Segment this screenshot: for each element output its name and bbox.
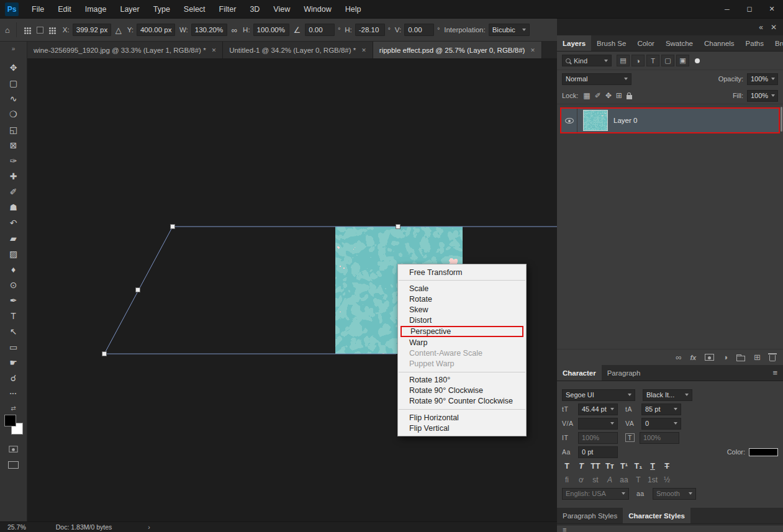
ordinals-button[interactable]: 1st <box>648 476 658 484</box>
smart-object-filter-icon[interactable]: ▣ <box>676 55 689 66</box>
lock-position-icon[interactable]: ✥ <box>605 91 612 100</box>
blend-mode-dropdown[interactable]: Normal <box>562 73 631 85</box>
edit-toolbar-button[interactable]: ••• <box>0 385 27 401</box>
lock-all-icon[interactable] <box>627 92 632 99</box>
leading-dropdown[interactable]: 85 pt <box>641 404 681 415</box>
layer-group-icon[interactable] <box>736 354 745 361</box>
lock-image-pixels-icon[interactable]: ✐ <box>595 91 601 100</box>
history-brush-tool[interactable]: ↶ <box>0 215 27 230</box>
zoom-level[interactable]: 25.7% <box>7 523 26 531</box>
strikethrough-button[interactable]: T <box>662 462 672 471</box>
delete-layer-icon[interactable] <box>769 353 776 361</box>
menu-item-free-transform[interactable]: Free Transform <box>398 267 526 277</box>
menu-window[interactable]: Window <box>297 0 338 19</box>
pen-tool[interactable]: ✒ <box>0 292 27 308</box>
menu-layer[interactable]: Layer <box>113 0 146 19</box>
panel-tab-character[interactable]: Character <box>557 365 602 381</box>
panel-tab-channels[interactable]: Channels <box>699 35 740 51</box>
link-dimensions-icon[interactable]: ∞ <box>230 25 238 35</box>
status-options-arrow[interactable]: › <box>148 523 150 531</box>
antialias-dropdown[interactable]: Smooth <box>653 488 696 500</box>
baseline-shift-input[interactable]: 0 pt <box>578 446 618 458</box>
reference-point-locator-icon[interactable] <box>22 26 34 34</box>
v-skew-input[interactable]: 0.00 <box>404 24 434 36</box>
lasso-tool[interactable]: ∿ <box>0 91 27 106</box>
layer-row[interactable]: Layer 0 <box>560 107 780 133</box>
h-skew-input[interactable]: -28.10 <box>355 24 385 36</box>
shape-layer-filter-icon[interactable]: ▢ <box>661 55 674 66</box>
small-caps-button[interactable]: Tᴛ <box>605 462 615 471</box>
document-tab[interactable]: wine-3256995_1920.jpg @ 33.3% (Layer 1, … <box>27 42 223 58</box>
menu-item-flip-vertical[interactable]: Flip Vertical <box>398 423 526 433</box>
document-tab[interactable]: Untitled-1 @ 34.2% (Layer 0, RGB/8#) *✕ <box>223 42 373 58</box>
panel-tab-paragraph[interactable]: Paragraph <box>602 365 646 381</box>
quick-selection-tool[interactable]: ❍ <box>0 106 27 122</box>
text-color-swatch[interactable] <box>749 448 778 456</box>
close-button[interactable]: ✕ <box>761 0 783 19</box>
menu-item-rotate-90-counter-clockwise[interactable]: Rotate 90° Counter Clockwise <box>398 396 526 407</box>
swap-colors-icon[interactable]: ⇄ <box>0 405 27 412</box>
menu-3d[interactable]: 3D <box>243 0 266 19</box>
font-style-dropdown[interactable]: Black It... <box>643 389 692 401</box>
fractions-button[interactable]: ½ <box>662 476 672 484</box>
rectangle-tool[interactable]: ▭ <box>0 339 27 354</box>
menu-item-warp[interactable]: Warp <box>398 337 526 348</box>
crop-tool[interactable]: ◱ <box>0 122 27 137</box>
subscript-button[interactable]: T₁ <box>633 462 643 471</box>
panel-tab-color[interactable]: Color <box>631 35 659 51</box>
lock-transparent-pixels-icon[interactable]: ▦ <box>583 91 590 100</box>
relative-position-icon[interactable]: △ <box>114 25 123 35</box>
styles-panel-menu-icon[interactable]: ≡ <box>563 526 566 532</box>
menu-help[interactable]: Help <box>338 0 368 19</box>
stylistic-alternates-button[interactable]: aa <box>619 476 629 484</box>
maximize-button[interactable]: ◻ <box>738 0 761 19</box>
foreground-color-swatch[interactable] <box>4 415 16 426</box>
reference-point-grid-icon[interactable] <box>47 26 58 34</box>
menu-image[interactable]: Image <box>78 0 114 19</box>
contextual-alternates-button[interactable]: ơ <box>576 476 586 484</box>
screen-mode-button[interactable] <box>0 461 27 469</box>
layer-mask-icon[interactable] <box>705 354 714 361</box>
menu-item-flip-horizontal[interactable]: Flip Horizontal <box>398 412 526 423</box>
vertical-scale-input[interactable]: 100% <box>578 432 618 444</box>
superscript-button[interactable]: T¹ <box>619 462 629 471</box>
menu-item-skew[interactable]: Skew <box>398 305 526 315</box>
layer-visibility-toggle[interactable] <box>561 109 577 132</box>
faux-bold-button[interactable]: T <box>562 462 572 471</box>
horizontal-scale-icon[interactable]: T <box>625 433 635 442</box>
panel-tab-paragraph-styles[interactable]: Paragraph Styles <box>557 508 623 523</box>
close-icon[interactable]: ✕ <box>361 47 366 53</box>
height-scale-input[interactable]: 100.00% <box>253 24 289 36</box>
collapse-panels-icon[interactable]: « <box>759 23 763 32</box>
filter-toggle[interactable] <box>695 58 700 63</box>
quick-mask-button[interactable] <box>0 446 27 453</box>
minimize-button[interactable]: ─ <box>716 0 738 19</box>
panel-tab-character-styles[interactable]: Character Styles <box>623 508 690 523</box>
spot-healing-brush-tool[interactable]: ✚ <box>0 168 27 184</box>
gradient-tool[interactable]: ▨ <box>0 246 27 261</box>
new-layer-icon[interactable]: ⊞ <box>754 353 761 362</box>
scrollbar-thumb[interactable] <box>781 107 782 132</box>
swash-button[interactable]: A <box>605 476 615 484</box>
lock-artboard-icon[interactable]: ⊞ <box>616 91 622 100</box>
faux-italic-button[interactable]: T <box>576 462 586 471</box>
move-tool[interactable]: ✥ <box>0 60 27 75</box>
interpolation-dropdown[interactable]: Bicubic <box>489 24 530 36</box>
underline-button[interactable]: T <box>648 462 658 471</box>
menu-item-perspective[interactable]: Perspective <box>401 326 523 337</box>
titling-alternates-button[interactable]: T <box>633 476 643 484</box>
menu-item-distort[interactable]: Distort <box>398 315 526 326</box>
toolbar-expand-icon[interactable]: » <box>0 43 27 53</box>
path-selection-tool[interactable]: ↖ <box>0 323 27 339</box>
font-family-dropdown[interactable]: Segoe UI <box>562 389 635 401</box>
layer-filter-kind-dropdown[interactable]: Kind <box>562 55 612 66</box>
home-icon[interactable]: ⌂ <box>4 25 11 35</box>
font-size-dropdown[interactable]: 45.44 pt <box>578 404 618 415</box>
close-icon[interactable]: ✕ <box>212 47 217 53</box>
y-position-input[interactable]: 400.00 px <box>137 24 175 36</box>
eyedropper-tool[interactable]: ✑ <box>0 153 27 168</box>
layer-effects-icon[interactable]: fx <box>690 354 696 361</box>
close-panel-icon[interactable]: ✕ <box>771 23 777 32</box>
panel-tab-brush-se[interactable]: Brush Se <box>591 35 631 51</box>
eraser-tool[interactable]: ▰ <box>0 230 27 246</box>
